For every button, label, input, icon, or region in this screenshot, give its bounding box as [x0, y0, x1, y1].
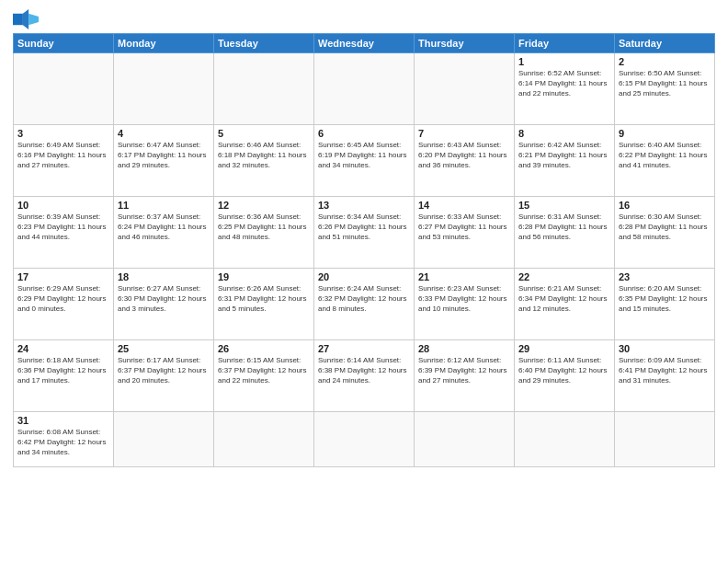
day-number: 6	[318, 128, 410, 139]
day-info: Sunrise: 6:47 AM Sunset: 6:17 PM Dayligh…	[118, 141, 210, 170]
day-number: 4	[118, 128, 210, 139]
svg-rect-0	[13, 14, 23, 25]
weekday-header-monday: Monday	[114, 34, 214, 53]
weekday-header-wednesday: Wednesday	[314, 34, 415, 53]
calendar-week-row-2: 3Sunrise: 6:49 AM Sunset: 6:16 PM Daylig…	[14, 125, 715, 197]
calendar-cell: 19Sunrise: 6:26 AM Sunset: 6:31 PM Dayli…	[214, 269, 314, 340]
day-info: Sunrise: 6:21 AM Sunset: 6:34 PM Dayligh…	[518, 284, 610, 314]
day-info: Sunrise: 6:40 AM Sunset: 6:22 PM Dayligh…	[619, 141, 711, 170]
calendar-cell: 6Sunrise: 6:45 AM Sunset: 6:19 PM Daylig…	[314, 125, 415, 197]
day-number: 8	[518, 128, 610, 139]
calendar-cell: 15Sunrise: 6:31 AM Sunset: 6:28 PM Dayli…	[515, 197, 615, 269]
day-info: Sunrise: 6:27 AM Sunset: 6:30 PM Dayligh…	[118, 284, 210, 314]
calendar-cell: 4Sunrise: 6:47 AM Sunset: 6:17 PM Daylig…	[114, 125, 214, 197]
day-number: 27	[318, 343, 410, 354]
generalblue-logo-icon	[13, 9, 39, 29]
day-info: Sunrise: 6:20 AM Sunset: 6:35 PM Dayligh…	[619, 284, 711, 314]
page: SundayMondayTuesdayWednesdayThursdayFrid…	[0, 0, 728, 563]
day-info: Sunrise: 6:14 AM Sunset: 6:38 PM Dayligh…	[318, 356, 410, 385]
day-number: 12	[218, 200, 310, 211]
day-number: 19	[218, 271, 310, 282]
day-number: 28	[418, 343, 510, 354]
calendar-week-row-5: 24Sunrise: 6:18 AM Sunset: 6:36 PM Dayli…	[14, 340, 715, 412]
day-number: 18	[118, 271, 210, 282]
calendar-cell: 28Sunrise: 6:12 AM Sunset: 6:39 PM Dayli…	[415, 340, 515, 412]
calendar-week-row-3: 10Sunrise: 6:39 AM Sunset: 6:23 PM Dayli…	[14, 197, 715, 269]
calendar-cell: 29Sunrise: 6:11 AM Sunset: 6:40 PM Dayli…	[515, 340, 615, 412]
day-number: 20	[318, 271, 410, 282]
logo	[13, 9, 42, 29]
day-info: Sunrise: 6:43 AM Sunset: 6:20 PM Dayligh…	[418, 141, 510, 170]
day-info: Sunrise: 6:11 AM Sunset: 6:40 PM Dayligh…	[518, 356, 610, 385]
day-number: 22	[518, 271, 610, 282]
calendar-cell: 10Sunrise: 6:39 AM Sunset: 6:23 PM Dayli…	[14, 197, 114, 269]
day-number: 29	[518, 343, 610, 354]
calendar-cell: 3Sunrise: 6:49 AM Sunset: 6:16 PM Daylig…	[14, 125, 114, 197]
day-info: Sunrise: 6:50 AM Sunset: 6:15 PM Dayligh…	[619, 69, 711, 98]
day-number: 5	[218, 128, 310, 139]
svg-marker-2	[28, 14, 39, 25]
day-number: 16	[619, 200, 711, 211]
day-info: Sunrise: 6:36 AM Sunset: 6:25 PM Dayligh…	[218, 213, 310, 242]
weekday-header-saturday: Saturday	[615, 34, 715, 53]
calendar-cell: 27Sunrise: 6:14 AM Sunset: 6:38 PM Dayli…	[314, 340, 415, 412]
calendar-cell: 5Sunrise: 6:46 AM Sunset: 6:18 PM Daylig…	[214, 125, 314, 197]
calendar-cell	[214, 412, 314, 467]
calendar-cell: 25Sunrise: 6:17 AM Sunset: 6:37 PM Dayli…	[114, 340, 214, 412]
calendar-cell	[314, 53, 415, 125]
calendar-cell: 26Sunrise: 6:15 AM Sunset: 6:37 PM Dayli…	[214, 340, 314, 412]
day-info: Sunrise: 6:34 AM Sunset: 6:26 PM Dayligh…	[318, 213, 410, 242]
day-info: Sunrise: 6:52 AM Sunset: 6:14 PM Dayligh…	[518, 69, 610, 98]
day-info: Sunrise: 6:23 AM Sunset: 6:33 PM Dayligh…	[418, 284, 510, 314]
calendar-cell: 16Sunrise: 6:30 AM Sunset: 6:28 PM Dayli…	[615, 197, 715, 269]
weekday-header-row: SundayMondayTuesdayWednesdayThursdayFrid…	[14, 34, 715, 53]
calendar-cell: 23Sunrise: 6:20 AM Sunset: 6:35 PM Dayli…	[615, 269, 715, 340]
calendar-cell: 18Sunrise: 6:27 AM Sunset: 6:30 PM Dayli…	[114, 269, 214, 340]
calendar-cell	[114, 412, 214, 467]
day-info: Sunrise: 6:42 AM Sunset: 6:21 PM Dayligh…	[518, 141, 610, 170]
day-info: Sunrise: 6:15 AM Sunset: 6:37 PM Dayligh…	[218, 356, 310, 385]
day-number: 26	[218, 343, 310, 354]
day-info: Sunrise: 6:29 AM Sunset: 6:29 PM Dayligh…	[17, 284, 109, 314]
day-number: 13	[318, 200, 410, 211]
day-info: Sunrise: 6:18 AM Sunset: 6:36 PM Dayligh…	[17, 356, 109, 385]
day-info: Sunrise: 6:33 AM Sunset: 6:27 PM Dayligh…	[418, 213, 510, 242]
day-info: Sunrise: 6:17 AM Sunset: 6:37 PM Dayligh…	[118, 356, 210, 385]
day-number: 17	[17, 271, 109, 282]
calendar-cell	[214, 53, 314, 125]
day-info: Sunrise: 6:37 AM Sunset: 6:24 PM Dayligh…	[118, 213, 210, 242]
calendar-cell: 8Sunrise: 6:42 AM Sunset: 6:21 PM Daylig…	[515, 125, 615, 197]
calendar-cell: 22Sunrise: 6:21 AM Sunset: 6:34 PM Dayli…	[515, 269, 615, 340]
calendar-cell: 31Sunrise: 6:08 AM Sunset: 6:42 PM Dayli…	[14, 412, 114, 467]
weekday-header-thursday: Thursday	[415, 34, 515, 53]
calendar-cell	[415, 412, 515, 467]
day-number: 23	[619, 271, 711, 282]
day-number: 7	[418, 128, 510, 139]
day-number: 11	[118, 200, 210, 211]
calendar-cell	[114, 53, 214, 125]
calendar-cell: 12Sunrise: 6:36 AM Sunset: 6:25 PM Dayli…	[214, 197, 314, 269]
day-info: Sunrise: 6:30 AM Sunset: 6:28 PM Dayligh…	[619, 213, 711, 242]
calendar-cell: 7Sunrise: 6:43 AM Sunset: 6:20 PM Daylig…	[415, 125, 515, 197]
day-number: 25	[118, 343, 210, 354]
weekday-header-sunday: Sunday	[14, 34, 114, 53]
calendar-week-row-6: 31Sunrise: 6:08 AM Sunset: 6:42 PM Dayli…	[14, 412, 715, 467]
calendar-cell: 17Sunrise: 6:29 AM Sunset: 6:29 PM Dayli…	[14, 269, 114, 340]
weekday-header-friday: Friday	[515, 34, 615, 53]
calendar-cell: 20Sunrise: 6:24 AM Sunset: 6:32 PM Dayli…	[314, 269, 415, 340]
calendar-cell: 24Sunrise: 6:18 AM Sunset: 6:36 PM Dayli…	[14, 340, 114, 412]
calendar-cell	[14, 53, 114, 125]
day-info: Sunrise: 6:46 AM Sunset: 6:18 PM Dayligh…	[218, 141, 310, 170]
calendar-cell	[615, 412, 715, 467]
calendar-cell: 2Sunrise: 6:50 AM Sunset: 6:15 PM Daylig…	[615, 53, 715, 125]
day-number: 14	[418, 200, 510, 211]
calendar-week-row-1: 1Sunrise: 6:52 AM Sunset: 6:14 PM Daylig…	[14, 53, 715, 125]
calendar-cell	[415, 53, 515, 125]
day-info: Sunrise: 6:24 AM Sunset: 6:32 PM Dayligh…	[318, 284, 410, 314]
header	[13, 9, 715, 29]
day-info: Sunrise: 6:08 AM Sunset: 6:42 PM Dayligh…	[17, 428, 109, 457]
calendar-week-row-4: 17Sunrise: 6:29 AM Sunset: 6:29 PM Dayli…	[14, 269, 715, 340]
calendar-cell: 1Sunrise: 6:52 AM Sunset: 6:14 PM Daylig…	[515, 53, 615, 125]
day-number: 10	[17, 200, 109, 211]
day-number: 30	[619, 343, 711, 354]
